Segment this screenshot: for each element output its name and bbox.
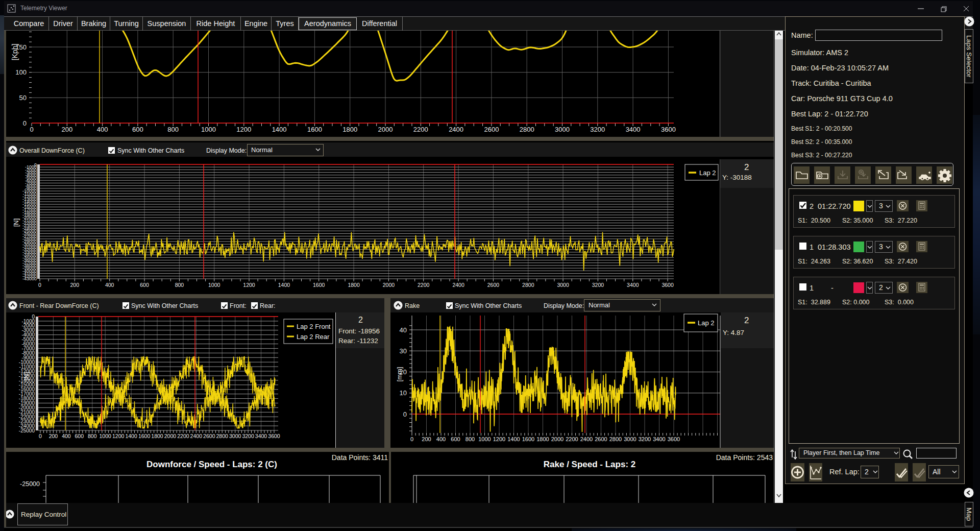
svg-text:2800: 2800	[216, 433, 229, 439]
svg-text:800: 800	[175, 282, 184, 288]
svg-text:2200: 2200	[413, 126, 428, 133]
svg-text:1000: 1000	[100, 433, 112, 439]
svg-text:3400: 3400	[626, 126, 641, 133]
svg-text:600: 600	[451, 436, 460, 442]
svg-text:600: 600	[75, 433, 84, 439]
svg-text:2000: 2000	[551, 436, 564, 442]
svg-text:200: 200	[70, 282, 80, 288]
svg-text:30: 30	[400, 347, 407, 355]
svg-text:Rake / Speed - Laps: 2: Rake / Speed - Laps: 2	[544, 460, 635, 469]
svg-text:10: 10	[400, 389, 407, 397]
svg-text:1800: 1800	[536, 436, 549, 442]
svg-text:Lap 2: Lap 2	[699, 169, 716, 177]
svg-text:[Kph]: [Kph]	[11, 44, 19, 61]
svg-text:2600: 2600	[595, 436, 607, 442]
svg-text:400: 400	[105, 282, 114, 288]
svg-text:1800: 1800	[348, 282, 360, 288]
svg-text:3400: 3400	[255, 433, 267, 439]
svg-text:Lap 2: Lap 2	[698, 319, 715, 327]
svg-text:2800: 2800	[609, 436, 622, 442]
svg-text:50: 50	[19, 94, 27, 102]
svg-text:3600: 3600	[662, 282, 674, 288]
svg-text:1400: 1400	[125, 433, 137, 439]
svg-text:2600: 2600	[203, 433, 215, 439]
svg-text:3200: 3200	[639, 436, 651, 442]
svg-text:1000: 1000	[201, 126, 216, 133]
svg-text:3200: 3200	[592, 282, 604, 288]
svg-text:40: 40	[400, 326, 407, 334]
svg-text:Data Points: 3411: Data Points: 3411	[332, 453, 388, 462]
svg-text:1400: 1400	[272, 126, 287, 133]
svg-text:0: 0	[39, 433, 42, 439]
svg-text:400: 400	[97, 126, 108, 133]
svg-text:1000: 1000	[208, 282, 220, 288]
svg-text:3600: 3600	[668, 436, 680, 442]
svg-text:1200: 1200	[236, 126, 251, 133]
svg-text:Downforce / Speed - Laps: 2 (C: Downforce / Speed - Laps: 2 (C)	[146, 460, 277, 469]
svg-text:1600: 1600	[313, 282, 325, 288]
svg-text:3000: 3000	[557, 282, 569, 288]
svg-text:2800: 2800	[520, 126, 534, 133]
svg-text:400: 400	[436, 436, 446, 442]
svg-text:0: 0	[38, 282, 41, 288]
svg-text:2000: 2000	[378, 126, 393, 133]
svg-text:0: 0	[410, 436, 413, 442]
svg-text:200: 200	[422, 436, 431, 442]
svg-text:1600: 1600	[307, 126, 322, 133]
svg-text:800: 800	[167, 126, 179, 133]
svg-text:3000: 3000	[229, 433, 241, 439]
svg-text:2800: 2800	[522, 282, 534, 288]
svg-text:2400: 2400	[449, 126, 463, 133]
svg-text:600: 600	[132, 126, 143, 133]
svg-text:3600: 3600	[661, 126, 676, 133]
svg-text:3600: 3600	[268, 433, 280, 439]
svg-text:2400: 2400	[190, 433, 203, 439]
svg-text:1600: 1600	[138, 433, 151, 439]
svg-text:1200: 1200	[112, 433, 125, 439]
svg-text:3000: 3000	[555, 126, 570, 133]
svg-text:1600: 1600	[522, 436, 534, 442]
svg-text:3200: 3200	[242, 433, 254, 439]
svg-text:Data Points: 2543: Data Points: 2543	[716, 453, 773, 462]
svg-text:3400: 3400	[653, 436, 665, 442]
svg-text:2600: 2600	[487, 282, 500, 288]
svg-text:600: 600	[140, 282, 149, 288]
svg-text:2200: 2200	[418, 282, 430, 288]
svg-text:2000: 2000	[383, 282, 395, 288]
svg-text:2400: 2400	[452, 282, 464, 288]
svg-text:0: 0	[403, 411, 407, 418]
svg-text:3400: 3400	[627, 282, 639, 288]
svg-text:800: 800	[88, 433, 97, 439]
svg-text:[N]: [N]	[12, 219, 20, 227]
svg-text:800: 800	[465, 436, 475, 442]
svg-text:400: 400	[62, 433, 71, 439]
svg-text:1200: 1200	[243, 282, 255, 288]
svg-text:1800: 1800	[151, 433, 163, 439]
svg-text:0: 0	[30, 126, 33, 133]
svg-text:1000: 1000	[478, 436, 491, 442]
svg-text:2200: 2200	[566, 436, 578, 442]
svg-text:1200: 1200	[493, 436, 505, 442]
svg-text:[N]: [N]	[22, 372, 30, 381]
svg-text:0: 0	[23, 119, 27, 127]
svg-text:1800: 1800	[342, 126, 357, 133]
svg-text:1400: 1400	[507, 436, 520, 442]
svg-text:Lap 2 Front: Lap 2 Front	[297, 323, 331, 330]
svg-text:2600: 2600	[484, 126, 499, 133]
svg-text:[mm]: [mm]	[396, 367, 403, 382]
svg-text:2000: 2000	[164, 433, 177, 439]
svg-text:1400: 1400	[278, 282, 290, 288]
svg-text:100: 100	[15, 68, 27, 76]
svg-text:-43000: -43000	[22, 276, 37, 281]
svg-text:-25000: -25000	[20, 480, 40, 488]
svg-text:2200: 2200	[177, 433, 189, 439]
svg-text:200: 200	[49, 433, 58, 439]
svg-text:200: 200	[61, 126, 72, 133]
svg-text:2400: 2400	[580, 436, 593, 442]
svg-text:3000: 3000	[624, 436, 636, 442]
svg-text:3200: 3200	[590, 126, 605, 133]
svg-text:-25000: -25000	[19, 428, 35, 433]
svg-text:Lap 2 Rear: Lap 2 Rear	[297, 333, 330, 341]
